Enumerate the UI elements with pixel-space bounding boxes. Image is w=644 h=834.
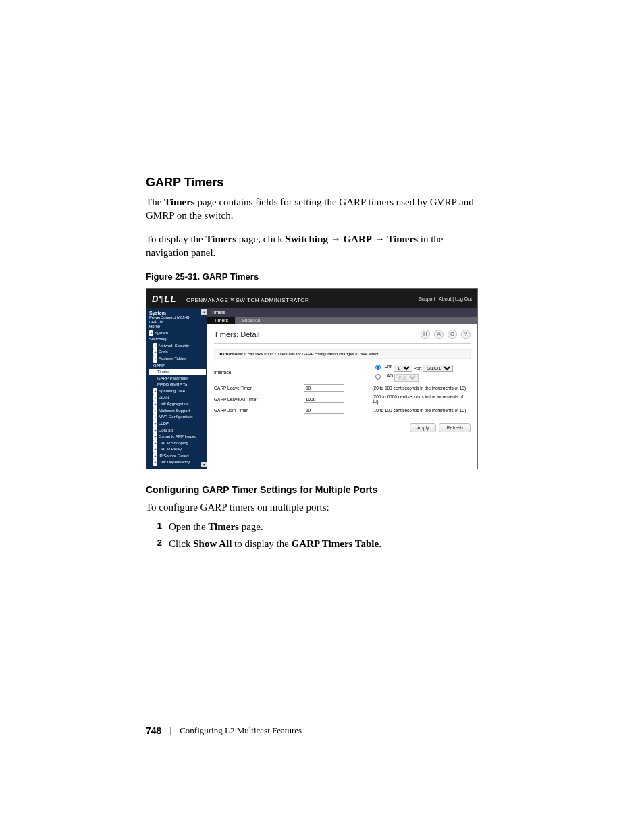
nav-item[interactable]: +LLDP [149,421,206,427]
refresh-button[interactable]: Refresh [439,423,471,432]
lag-select: Po1 [394,374,419,382]
nav-item[interactable]: GARP [149,363,206,369]
expand-icon[interactable]: + [153,421,157,427]
footer-title: Configuring L2 Multicast Features [180,725,302,736]
nav-item-label: MVR Configuration [159,415,193,419]
tab-bar: Timers Show All [207,317,477,324]
leaveall-timer-input[interactable] [304,396,344,403]
step-1: 1 Open the Timers page. [146,519,477,535]
text: . [379,538,381,549]
leave-timer-hint: (20 to 600 centiseconds in the increment… [372,386,471,390]
expand-icon[interactable]: + [153,434,157,440]
row-label-interface: Interface [214,370,298,375]
instructions-label: Instructions: [219,352,243,356]
expand-icon[interactable]: + [153,427,157,434]
panel-title: Timers: Detail [214,330,259,338]
nav-header-system: System [149,311,206,315]
nav-item-label: Multicast Support [159,409,190,413]
interface-lag-radio[interactable] [375,374,381,380]
nav-item-label: DHCP Relay [159,447,182,451]
expand-icon[interactable]: + [153,401,157,408]
nav-item-label: Dynamic ARP Inspec [159,434,196,438]
page-number: 748 [146,725,161,736]
nav-item-label: Timers [157,369,169,373]
refresh-icon[interactable]: C [448,330,457,339]
nav-item[interactable]: +IP Source Guard [149,453,206,460]
text: Open the [169,521,208,532]
sub-heading: Configuring GARP Timer Settings for Mult… [146,484,477,495]
lag-label: LAG [384,373,393,378]
top-links[interactable]: Support | About | Log Out [419,296,472,301]
nav-scroll-down-icon[interactable]: ▾ [201,462,207,467]
expand-icon[interactable]: + [153,453,157,460]
nav-scroll-up-icon[interactable]: ▴ [201,309,207,315]
apply-button[interactable]: Apply [410,423,437,432]
nav-item-label: MFDB GMRP Ta [157,382,187,386]
nav-item-label: Dot1 ag [159,428,173,432]
nav-item-label: IP Source Guard [159,454,189,458]
unit-label: Unit [384,364,392,369]
nav-item[interactable]: MFDB GMRP Ta [149,382,206,388]
nav-item[interactable]: +Spanning Tree [149,388,206,395]
nav-item[interactable]: +DHCP Relay [149,446,206,453]
text-bold: GARP Timers Table [292,538,379,549]
nav-item[interactable]: +Network Security [149,343,206,350]
save-icon[interactable]: H [421,330,430,339]
text: To display the [146,234,206,244]
expand-icon[interactable]: + [153,388,157,395]
nav-item-label: Address Tables [159,357,186,361]
expand-icon[interactable]: + [153,414,157,421]
tab-show-all[interactable]: Show All [235,317,267,324]
expand-icon[interactable]: + [153,440,157,447]
leave-timer-input[interactable] [304,384,344,392]
expand-icon[interactable]: + [153,356,157,363]
nav-item[interactable]: +System [149,330,206,337]
interface-unit-radio[interactable] [375,365,381,370]
join-timer-input[interactable] [304,407,344,414]
nav-item[interactable]: +MVR Configuration [149,414,206,421]
nav-item[interactable]: +Link Dependency [149,459,206,466]
nav-item[interactable]: GARP Parameter [149,375,206,382]
text: to display the [232,538,291,549]
paragraph-2: To display the Timers page, click Switch… [146,232,477,260]
expand-icon[interactable]: + [153,395,157,402]
app-title: OPENMANAGE™ SWITCH ADMINISTRATOR [186,297,309,303]
port-select[interactable]: Gi1/0/1 [423,365,453,372]
nav-item[interactable]: Home [149,323,206,330]
figure-caption: Figure 25-31. GARP Timers [146,271,477,282]
nav-item-label: Spanning Tree [159,389,185,393]
help-icon[interactable]: ? [461,330,471,339]
page-footer: 748 | Configuring L2 Multicast Features [146,725,302,736]
nav-item[interactable]: +Ports [149,349,206,356]
expand-icon[interactable]: + [153,446,157,453]
expand-icon[interactable]: + [153,459,157,466]
nav-item[interactable]: +Multicast Support [149,408,206,415]
paragraph-1: The Timers page contains fields for sett… [146,195,477,223]
nav-item-label: System [155,331,168,335]
nav-tree[interactable]: ▴ System PowerConnect M6348 root, r/w Ho… [146,308,207,469]
tab-timers[interactable]: Timers [207,317,235,324]
text: → [328,234,344,244]
nav-item[interactable]: +Address Tables [149,356,206,363]
text-bold: Timers [164,197,195,207]
nav-item[interactable]: +DHCP Snooping [149,440,206,447]
expand-icon[interactable]: + [153,349,157,356]
nav-item[interactable]: Switching [149,336,206,343]
nav-item[interactable]: +Link Aggregation [149,401,206,408]
join-timer-hint: (10 to 100 centiseconds in the increment… [372,408,471,413]
print-icon[interactable]: ⎙ [434,330,444,339]
port-label: Port [414,366,422,371]
leaveall-timer-hint: (200 to 6000 centiseconds in the increme… [372,394,471,404]
expand-icon[interactable]: + [149,330,153,337]
expand-icon[interactable]: + [153,343,157,350]
nav-item[interactable]: Timers [149,369,206,375]
nav-item[interactable]: +VLAN [149,395,206,402]
nav-item[interactable]: +Dot1 ag [149,427,206,434]
unit-select[interactable]: 1 [394,365,412,372]
row-label-leave: GARP Leave Timer [214,386,298,390]
text: page, click [236,234,285,244]
nav-item-label: Network Security [159,344,189,348]
expand-icon[interactable]: + [153,408,157,415]
nav-item[interactable]: +Dynamic ARP Inspec [149,434,206,440]
nav-item-label: Switching [149,337,167,341]
